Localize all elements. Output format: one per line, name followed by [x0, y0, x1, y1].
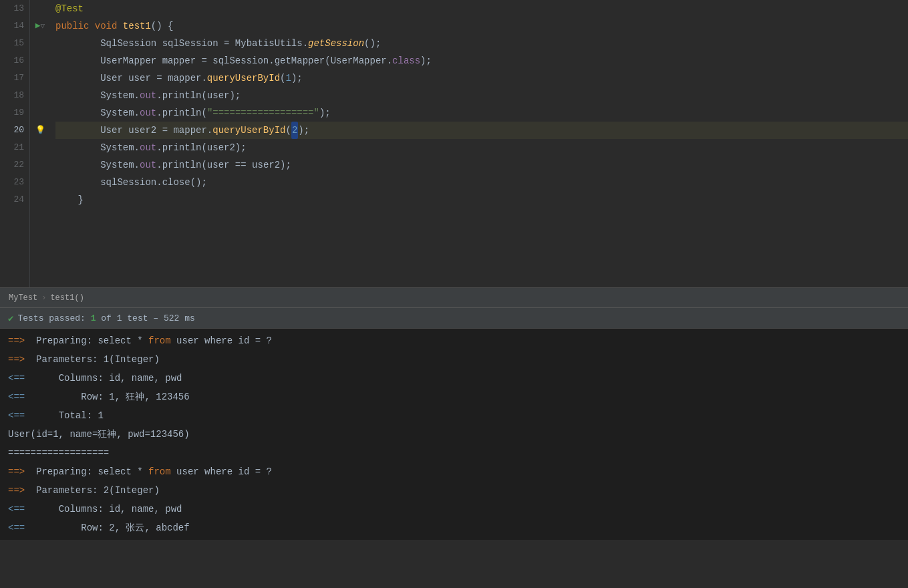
breadcrumb-bar: MyTest › test1() [0, 287, 908, 307]
gutter-16 [30, 52, 50, 69]
gutter-20[interactable]: 💡 [30, 122, 50, 139]
arrow-left-3: <== [8, 369, 25, 388]
gutter-23 [30, 174, 50, 191]
arrow-left-11: <== [8, 519, 25, 537]
gutter-21 [30, 139, 50, 156]
console-line-1: ==> Preparing: select * from user where … [8, 331, 900, 350]
code-line-18: System.out.println(user); [55, 87, 908, 104]
console-line-11: <== Row: 2, 张云, abcdef [8, 519, 900, 537]
test-pass-bar: ✔ Tests passed: 1 of 1 test – 522 ms [0, 307, 908, 329]
console-line-5: <== Total: 1 [8, 406, 900, 425]
line-num-21: 21 [5, 139, 24, 156]
test-of-label: of 1 test [101, 313, 148, 323]
arrow-right-9: ==> [8, 481, 25, 500]
console-line-8: ==> Preparing: select * from user where … [8, 462, 900, 481]
code-line-15: SqlSession sqlSession = MybatisUtils.get… [55, 35, 908, 52]
arrow-right-2: ==> [8, 350, 25, 369]
arrow-left-5: <== [8, 406, 25, 425]
line-num-17: 17 [5, 69, 24, 87]
gutter-22 [30, 156, 50, 174]
kw-void: void [95, 17, 123, 35]
editor-area: 13 14 15 16 17 18 19 20 21 22 23 24 ▶ ▽ [0, 0, 908, 287]
code-line-23: sqlSession.close(); [55, 174, 908, 191]
annotation: @Test [55, 0, 84, 17]
line-num-24: 24 [5, 191, 24, 208]
breadcrumb-sep: › [41, 293, 46, 303]
code-line-14: public void test1() { [55, 17, 908, 35]
kw-public: public [55, 17, 95, 35]
line-num-20: 20 [5, 122, 24, 139]
line-numbers: 13 14 15 16 17 18 19 20 21 22 23 24 [0, 0, 30, 287]
console-line-3: <== Columns: id, name, pwd [8, 369, 900, 388]
test-passed-count: 1 [91, 313, 96, 323]
code-line-21: System.out.println(user2); [55, 139, 908, 156]
run-icon[interactable]: ▶ [35, 17, 41, 35]
arrow-left-4: <== [8, 388, 25, 406]
line-num-19: 19 [5, 104, 24, 122]
line-num-13: 13 [5, 0, 24, 17]
line-num-14: 14 [5, 17, 24, 35]
arrow-left-10: <== [8, 500, 25, 519]
line-num-23: 23 [5, 174, 24, 191]
console-line-9: ==> Parameters: 2(Integer) [8, 481, 900, 500]
gutter-24 [30, 191, 50, 208]
arrow-right-1: ==> [8, 331, 25, 350]
method-test1: test1 [123, 17, 151, 35]
gutter: ▶ ▽ 💡 [30, 0, 50, 287]
fold-icon[interactable]: ▽ [41, 17, 45, 35]
code-line-20: User user2 = mapper.queryUserById(2); [55, 122, 908, 139]
code-line-22: System.out.println(user == user2); [55, 156, 908, 174]
gutter-18 [30, 87, 50, 104]
console-line-4: <== Row: 1, 狂神, 123456 [8, 388, 900, 406]
line-num-15: 15 [5, 35, 24, 52]
test-duration: 522 ms [164, 313, 195, 323]
line-num-16: 16 [5, 52, 24, 69]
console-line-6: User(id=1, name=狂神, pwd=123456) [8, 425, 900, 444]
code-line-17: User user = mapper.queryUserById(1); [55, 69, 908, 87]
code-lines: @Test public void test1() { SqlSession s… [50, 0, 908, 287]
breadcrumb-method[interactable]: test1() [50, 293, 84, 303]
check-icon: ✔ [8, 313, 13, 324]
gutter-13 [30, 0, 50, 17]
breadcrumb-class[interactable]: MyTest [9, 293, 37, 303]
code-line-16: UserMapper mapper = sqlSession.getMapper… [55, 52, 908, 69]
code-line-19: System.out.println("==================")… [55, 104, 908, 122]
line-num-18: 18 [5, 87, 24, 104]
lightbulb-icon[interactable]: 💡 [35, 122, 45, 139]
gutter-15 [30, 35, 50, 52]
gutter-17 [30, 69, 50, 87]
code-line-13: @Test [55, 0, 908, 17]
gutter-14[interactable]: ▶ ▽ [30, 17, 50, 35]
test-label: Tests passed: [17, 313, 85, 323]
gutter-19 [30, 104, 50, 122]
code-line-24: } [55, 191, 908, 208]
console-line-10: <== Columns: id, name, pwd [8, 500, 900, 519]
console-line-2: ==> Parameters: 1(Integer) [8, 350, 900, 369]
console-area: ==> Preparing: select * from user where … [0, 329, 908, 540]
console-line-7: ================== [8, 444, 900, 462]
arrow-right-8: ==> [8, 462, 25, 481]
line-num-22: 22 [5, 156, 24, 174]
